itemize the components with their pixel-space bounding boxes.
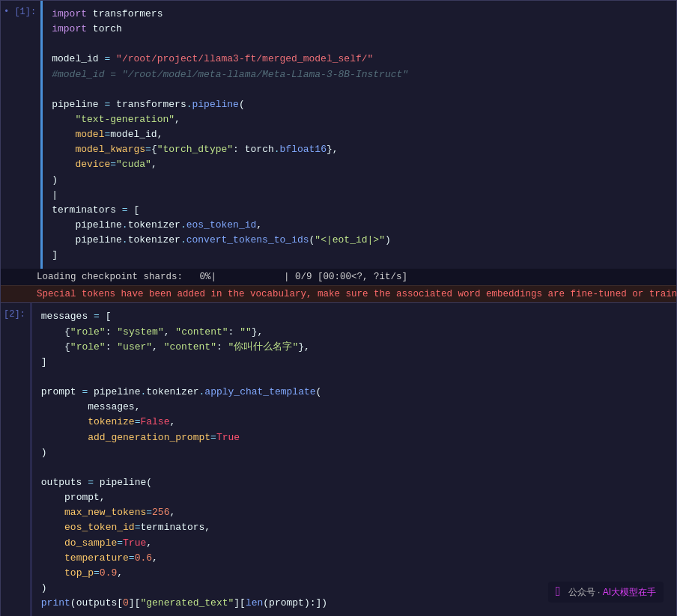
watermark-wechat-icon:  — [556, 585, 564, 600]
cell-1-number: • [1]: — [1, 1, 43, 269]
cell-1-input[interactable]: • [1]: import transformers import torch … — [1, 1, 676, 269]
notebook: • [1]: import transformers import torch … — [0, 0, 677, 616]
cell-2-input[interactable]: [2]: messages = [ {"role": "system", "co… — [1, 303, 676, 616]
cell-2-number: [2]: — [1, 303, 32, 616]
cell-1-output-warning: Special tokens have been added in the vo… — [1, 285, 676, 302]
cell-1-code[interactable]: import transformers import torch model_i… — [43, 1, 676, 269]
cell-2-code[interactable]: messages = [ {"role": "system", "content… — [32, 303, 676, 616]
cell-1-output-progress: Loading checkpoint shards: 0%| | 0/9 [00… — [1, 269, 676, 285]
cell-2: [2]: messages = [ {"role": "system", "co… — [0, 303, 677, 616]
watermark:  公众号 · AI大模型在手 — [548, 582, 664, 603]
cell-1: • [1]: import transformers import torch … — [0, 0, 677, 303]
watermark-text: 公众号 · AI大模型在手 — [568, 586, 656, 599]
